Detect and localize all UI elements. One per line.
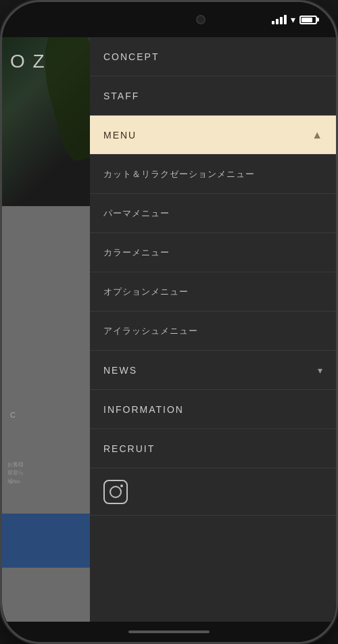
phone-frame: ▾ O Z C お客様 容室ら 域No. xyxy=(0,0,338,644)
bg-text-line-2: 容室ら xyxy=(7,469,97,478)
nav-item-concept[interactable]: CONCEPT xyxy=(90,37,336,76)
nav-item-instagram[interactable] xyxy=(90,468,336,516)
nav-label-menu: MENU xyxy=(103,130,137,141)
nav-label-staff: STAFF xyxy=(103,91,139,101)
nav-item-staff[interactable]: STAFF xyxy=(90,76,336,116)
status-bar-right: ▾ xyxy=(272,14,317,25)
nav-item-perm[interactable]: パーマメニュー xyxy=(90,194,336,233)
instagram-icon xyxy=(103,480,128,504)
battery-icon xyxy=(299,16,317,24)
nav-label-cut: カット＆リラクゼーションメニュー xyxy=(103,168,255,180)
nav-item-cut[interactable]: カット＆リラクゼーションメニュー xyxy=(90,155,336,194)
nav-item-eyelash[interactable]: アイラッシュメニュー xyxy=(90,312,336,351)
home-indicator xyxy=(2,622,336,642)
signal-icon xyxy=(272,15,287,24)
bg-text-line-3: 域No. xyxy=(7,478,97,487)
nav-label-option: オプションメニュー xyxy=(103,286,189,298)
nav-label-news: NEWS xyxy=(103,365,137,376)
menu-arrow-icon: ▲ xyxy=(312,129,322,141)
home-bar xyxy=(128,630,210,633)
nav-drawer: CONCEPT STAFF MENU ▲ カット＆リラクゼーションメニュー xyxy=(90,37,336,622)
status-bar: ▾ xyxy=(2,2,336,37)
phone-inner: ▾ O Z C お客様 容室ら 域No. xyxy=(2,2,336,642)
screen: O Z C お客様 容室ら 域No. CONCEPT STAFF xyxy=(2,37,336,622)
nav-item-information[interactable]: INFORMATION xyxy=(90,390,336,429)
nav-label-color: カラーメニュー xyxy=(103,247,170,259)
nav-label-recruit: RECRUIT xyxy=(103,443,155,454)
bg-text-block: お客様 容室ら 域No. xyxy=(7,461,97,487)
camera-icon xyxy=(196,15,206,24)
bg-concept-label: C xyxy=(10,411,17,419)
nav-label-information: INFORMATION xyxy=(103,404,184,415)
nav-item-option[interactable]: オプションメニュー xyxy=(90,272,336,312)
wifi-icon: ▾ xyxy=(291,14,295,25)
nav-item-recruit[interactable]: RECRUIT xyxy=(90,429,336,468)
bg-logo: O Z xyxy=(10,51,46,72)
nav-label-perm: パーマメニュー xyxy=(103,207,170,220)
nav-label-concept: CONCEPT xyxy=(103,51,159,62)
bg-text-line-1: お客様 xyxy=(7,461,97,470)
nav-item-menu[interactable]: MENU ▲ xyxy=(90,116,336,155)
bg-blue-box xyxy=(2,514,97,568)
nav-item-color[interactable]: カラーメニュー xyxy=(90,233,336,272)
nav-label-eyelash: アイラッシュメニュー xyxy=(103,325,198,337)
nav-item-news[interactable]: NEWS ▾ xyxy=(90,351,336,390)
news-arrow-icon: ▾ xyxy=(318,365,322,376)
bg-page: O Z C お客様 容室ら 域No. xyxy=(2,37,97,622)
